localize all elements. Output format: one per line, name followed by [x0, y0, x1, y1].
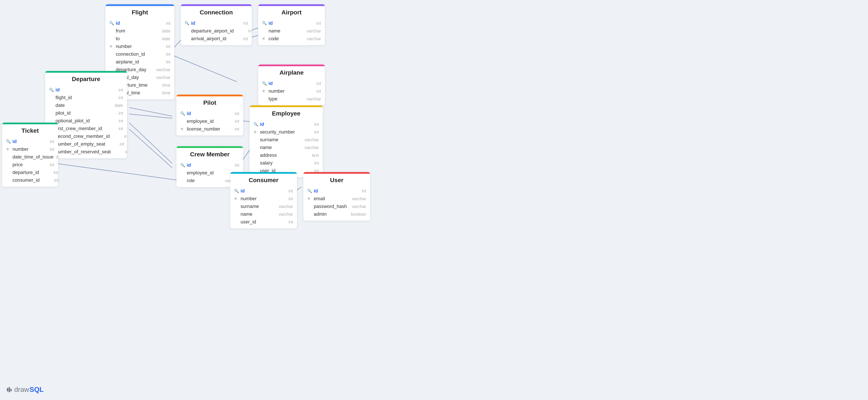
crew-member-title: Crew Member	[177, 148, 243, 160]
field-type: int	[37, 139, 54, 144]
employee-title: Employee	[250, 107, 323, 119]
table-row: pilot_id int	[45, 109, 127, 117]
field-name: type	[269, 96, 302, 102]
field-name: id	[12, 139, 35, 144]
field-name: name	[260, 145, 300, 150]
table-row: ✳ email varchar	[303, 195, 370, 203]
field-name: employee_id	[187, 170, 220, 176]
field-type: int	[153, 21, 170, 26]
svg-line-7	[129, 123, 172, 163]
field-name: role	[187, 178, 220, 184]
field-name: date	[56, 103, 104, 108]
table-row: connection_id int	[105, 50, 174, 58]
field-type: int	[113, 149, 127, 155]
field-name: address	[260, 153, 300, 158]
pk-icon: 🔍	[307, 189, 312, 193]
svg-line-6	[129, 114, 172, 118]
table-row: arrival_airport_id int	[181, 35, 252, 42]
table-row: 🔍 id int	[303, 187, 370, 195]
table-row: 🔍 id int	[105, 19, 174, 27]
table-row: 🔍 id int	[45, 86, 127, 94]
table-row: surname varchar	[250, 136, 323, 144]
employee-table: Employee 🔍 id int ✳ security_number int …	[250, 105, 323, 177]
field-type: int	[231, 21, 248, 26]
logo: drawSQL	[6, 386, 44, 394]
field-name: code	[269, 36, 302, 41]
field-name: departure_id	[12, 170, 39, 175]
user-table: User 🔍 id int ✳ email varchar password_h…	[303, 172, 370, 221]
field-type: int	[37, 147, 54, 152]
svg-rect-15	[7, 388, 8, 391]
table-row: name varchar	[250, 144, 323, 152]
field-name: security_number	[260, 129, 300, 135]
field-name: id	[260, 122, 300, 127]
table-row: consumer_id int	[2, 176, 58, 184]
logo-sql: SQL	[29, 386, 44, 394]
unique-icon: ✳	[6, 147, 11, 152]
field-name: to	[116, 36, 152, 41]
svg-line-3	[174, 56, 237, 82]
table-row: ✳ code varchar	[258, 35, 325, 42]
field-type: int	[106, 119, 123, 124]
svg-line-8	[129, 129, 172, 168]
svg-rect-17	[10, 389, 11, 391]
table-row: from date	[105, 27, 174, 35]
pk-icon: 🔍	[262, 81, 267, 86]
field-name: connection_id	[116, 52, 152, 57]
field-type: varchar	[304, 29, 321, 34]
field-name: date_time_of_issue	[12, 154, 54, 160]
table-row: 🔍 id int	[258, 19, 325, 27]
field-name: surname	[241, 204, 274, 209]
table-row: 🔍 id int	[250, 121, 323, 128]
field-name: id	[191, 21, 229, 26]
airport-table: Airport 🔍 id int name varchar ✳ code var…	[258, 4, 325, 45]
field-name: surname	[260, 137, 300, 142]
field-type: varchar	[349, 204, 366, 209]
departure-title: Departure	[45, 73, 127, 85]
table-row: to date	[105, 35, 174, 42]
field-type: date	[153, 36, 170, 41]
field-name: id	[56, 87, 104, 93]
field-type: int	[153, 52, 170, 57]
table-row: 🔍 id int	[177, 161, 243, 169]
unique-icon: ✳	[180, 127, 185, 131]
field-name: number_of_reserved_seat	[56, 149, 111, 155]
field-name: id	[116, 21, 152, 26]
table-row: date_time_of_issue datetime	[2, 153, 58, 161]
field-type: int	[304, 81, 321, 86]
field-type: int	[236, 29, 252, 34]
table-row: admin boolean	[303, 210, 370, 218]
field-type: date	[153, 29, 170, 34]
pk-icon: 🔍	[109, 21, 114, 26]
field-name: number	[241, 196, 274, 201]
unique-icon: ✳	[234, 196, 239, 201]
ticket-title: Ticket	[2, 124, 58, 136]
field-type: int	[37, 162, 54, 167]
pilot-table: Pilot 🔍 id int employee_id int ✳ license…	[177, 95, 243, 135]
field-type: varchar	[302, 137, 319, 142]
field-type: varchar	[276, 212, 293, 217]
field-type: int	[106, 126, 123, 131]
airport-title: Airport	[258, 6, 325, 18]
table-row: airplane_id int	[105, 58, 174, 66]
table-row: ✳ number int	[258, 87, 325, 95]
field-type: int	[112, 134, 127, 139]
field-type: varchar	[304, 97, 321, 101]
field-type: int	[302, 161, 319, 166]
field-type: int	[276, 189, 293, 194]
pk-icon: 🔍	[262, 21, 267, 26]
pk-icon: 🔍	[6, 139, 11, 144]
field-type: int	[304, 21, 321, 26]
field-name: airplane_id	[116, 59, 152, 65]
pk-icon: 🔍	[253, 122, 258, 127]
field-name: license_number	[187, 126, 220, 132]
field-name: departure_airport_id	[191, 28, 234, 34]
table-row: user_id int	[230, 218, 297, 226]
unique-icon: ✳	[262, 36, 267, 41]
field-type: int	[106, 111, 123, 116]
table-row: ✳ number int	[230, 195, 297, 203]
field-name: number	[269, 89, 302, 94]
field-name: employee_id	[187, 119, 220, 124]
field-type: boolean	[349, 212, 366, 217]
svg-rect-16	[9, 387, 10, 392]
